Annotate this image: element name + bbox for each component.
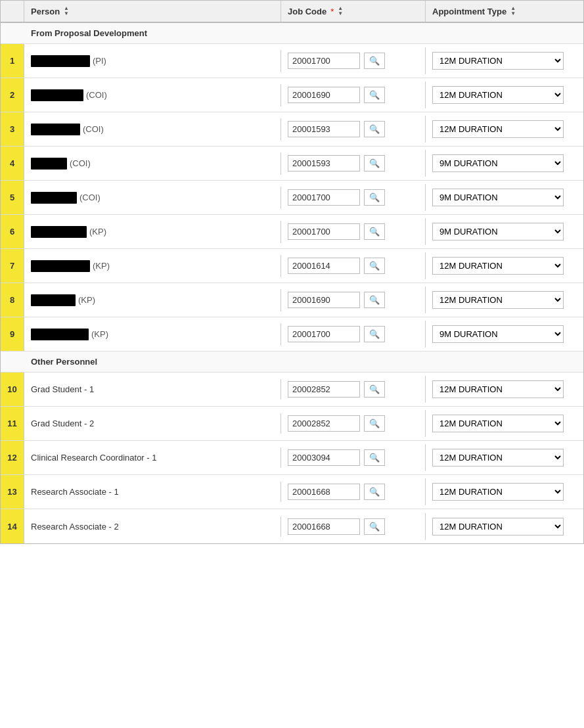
row-jobcode-cell: 🔍 <box>281 150 426 177</box>
job-code-search-button[interactable]: 🔍 <box>364 326 385 342</box>
job-code-search-button[interactable]: 🔍 <box>364 223 385 240</box>
appt-type-select[interactable]: 12M DURATION9M DURATION11M DURATION10M D… <box>432 291 564 309</box>
row-person-cell: (KP) <box>24 289 281 311</box>
job-code-input[interactable] <box>288 484 360 500</box>
row-person-cell: (COI) <box>24 84 281 106</box>
appt-type-select[interactable]: 12M DURATION9M DURATION11M DURATION10M D… <box>432 120 564 138</box>
header-person: Person ▲▼ <box>24 1 281 22</box>
row-appttype-cell: 12M DURATION9M DURATION11M DURATION10M D… <box>426 478 583 506</box>
job-code-input[interactable] <box>288 381 360 398</box>
appt-type-select[interactable]: 12M DURATION9M DURATION11M DURATION10M D… <box>432 223 564 240</box>
appt-type-select[interactable]: 12M DURATION9M DURATION11M DURATION10M D… <box>432 518 564 535</box>
appt-type-select[interactable]: 12M DURATION9M DURATION11M DURATION10M D… <box>432 257 564 275</box>
row-person-cell: Grad Student - 1 <box>24 379 281 399</box>
job-code-input[interactable] <box>288 189 360 206</box>
row-number: 4 <box>1 147 24 180</box>
row-appttype-cell: 12M DURATION9M DURATION11M DURATION10M D… <box>426 512 583 541</box>
row-person-cell: Clinical Research Coordinator - 1 <box>24 447 281 468</box>
appt-type-select[interactable]: 12M DURATION9M DURATION11M DURATION10M D… <box>432 189 564 206</box>
job-code-input[interactable] <box>288 518 360 535</box>
person-role: (COI) <box>79 193 101 202</box>
table-row: 11Grad Student - 2🔍12M DURATION9M DURATI… <box>1 407 583 441</box>
job-code-input[interactable] <box>288 326 360 342</box>
redacted-name <box>31 192 77 204</box>
job-code-input[interactable] <box>288 258 360 274</box>
person-name: Grad Student - 2 <box>31 419 94 428</box>
row-appttype-cell: 12M DURATION9M DURATION11M DURATION10M D… <box>426 149 583 177</box>
section-header: From Proposal Development <box>1 23 583 44</box>
table-body: From Proposal Development1 (PI)🔍12M DURA… <box>1 23 583 543</box>
appt-type-select[interactable]: 12M DURATION9M DURATION11M DURATION10M D… <box>432 415 564 432</box>
job-code-search-button[interactable]: 🔍 <box>364 292 385 308</box>
row-jobcode-cell: 🔍 <box>281 376 426 403</box>
row-number: 11 <box>1 407 24 440</box>
row-appttype-cell: 12M DURATION9M DURATION11M DURATION10M D… <box>426 375 583 403</box>
row-appttype-cell: 12M DURATION9M DURATION11M DURATION10M D… <box>426 409 583 438</box>
person-role: (KP) <box>89 227 106 237</box>
job-code-input[interactable] <box>288 292 360 308</box>
job-code-search-button[interactable]: 🔍 <box>364 121 385 137</box>
appt-type-select[interactable]: 12M DURATION9M DURATION11M DURATION10M D… <box>432 52 564 70</box>
redacted-name <box>31 89 83 101</box>
job-code-input[interactable] <box>288 53 360 69</box>
jobcode-column-label: Job Code <box>288 7 326 16</box>
job-code-search-button[interactable]: 🔍 <box>364 87 385 103</box>
row-number: 2 <box>1 78 24 112</box>
job-code-search-button[interactable]: 🔍 <box>364 484 385 500</box>
appt-type-select[interactable]: 12M DURATION9M DURATION11M DURATION10M D… <box>432 449 564 466</box>
appt-type-select[interactable]: 12M DURATION9M DURATION11M DURATION10M D… <box>432 86 564 104</box>
job-code-input[interactable] <box>288 415 360 432</box>
job-code-input[interactable] <box>288 155 360 171</box>
appt-type-select[interactable]: 12M DURATION9M DURATION11M DURATION10M D… <box>432 483 564 501</box>
row-appttype-cell: 12M DURATION9M DURATION11M DURATION10M D… <box>426 183 583 212</box>
job-code-search-button[interactable]: 🔍 <box>364 415 385 432</box>
row-jobcode-cell: 🔍 <box>281 184 426 211</box>
row-number: 13 <box>1 475 24 509</box>
job-code-input[interactable] <box>288 223 360 240</box>
row-appttype-cell: 12M DURATION9M DURATION11M DURATION10M D… <box>426 47 583 75</box>
job-code-search-button[interactable]: 🔍 <box>364 155 385 171</box>
person-role: (KP) <box>78 295 95 305</box>
row-number: 6 <box>1 215 24 248</box>
row-person-cell: Research Associate - 2 <box>24 516 281 537</box>
job-code-search-button[interactable]: 🔍 <box>364 381 385 398</box>
row-person-cell: (KP) <box>24 323 281 346</box>
table-row: 13Research Associate - 1🔍12M DURATION9M … <box>1 475 583 509</box>
row-person-cell: (COI) <box>24 152 281 175</box>
appttype-sort-icon[interactable]: ▲▼ <box>510 6 516 16</box>
table-row: 1 (PI)🔍12M DURATION9M DURATION11M DURATI… <box>1 44 583 78</box>
row-person-cell: Research Associate - 1 <box>24 482 281 502</box>
table-row: 9 (KP)🔍12M DURATION9M DURATION11M DURATI… <box>1 317 583 352</box>
row-number: 3 <box>1 112 24 146</box>
job-code-search-button[interactable]: 🔍 <box>364 258 385 274</box>
appt-type-select[interactable]: 12M DURATION9M DURATION11M DURATION10M D… <box>432 380 564 398</box>
redacted-name <box>31 55 90 67</box>
job-code-input[interactable] <box>288 121 360 137</box>
job-code-search-button[interactable]: 🔍 <box>364 449 385 466</box>
person-sort-icon[interactable]: ▲▼ <box>64 6 69 16</box>
redacted-name <box>31 226 87 238</box>
row-person-cell: (KP) <box>24 255 281 277</box>
row-appttype-cell: 12M DURATION9M DURATION11M DURATION10M D… <box>426 217 583 246</box>
appt-type-select[interactable]: 12M DURATION9M DURATION11M DURATION10M D… <box>432 154 564 172</box>
job-code-search-button[interactable]: 🔍 <box>364 53 385 69</box>
row-number: 14 <box>1 509 24 543</box>
row-jobcode-cell: 🔍 <box>281 116 426 143</box>
job-code-input[interactable] <box>288 449 360 466</box>
appt-type-select[interactable]: 12M DURATION9M DURATION11M DURATION10M D… <box>432 325 564 343</box>
row-jobcode-cell: 🔍 <box>281 81 426 108</box>
redacted-name <box>31 260 90 272</box>
table-row: 8 (KP)🔍12M DURATION9M DURATION11M DURATI… <box>1 283 583 317</box>
row-person-cell: Grad Student - 2 <box>24 413 281 434</box>
row-number: 10 <box>1 373 24 406</box>
job-code-input[interactable] <box>288 87 360 103</box>
person-name: Research Associate - 2 <box>31 522 119 532</box>
row-jobcode-cell: 🔍 <box>281 410 426 437</box>
redacted-name <box>31 158 67 170</box>
appttype-column-label: Appointment Type <box>432 7 506 16</box>
job-code-search-button[interactable]: 🔍 <box>364 518 385 535</box>
jobcode-sort-icon[interactable]: ▲▼ <box>338 6 343 16</box>
job-code-search-button[interactable]: 🔍 <box>364 189 385 206</box>
person-role: (COI) <box>86 90 107 100</box>
row-person-cell: (COI) <box>24 187 281 209</box>
